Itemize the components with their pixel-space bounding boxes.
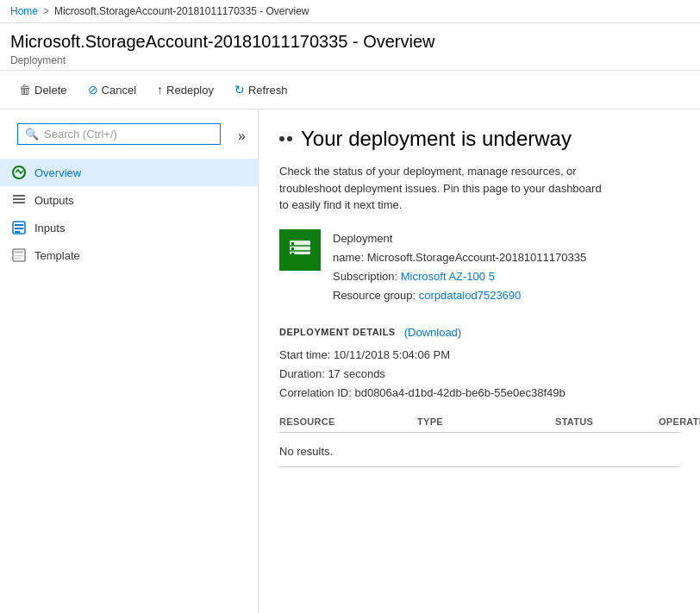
resource-group-link[interactable]: corpdatalod7523690 bbox=[419, 289, 522, 302]
deploy-meta: Start time: 10/11/2018 5:04:06 PM Durati… bbox=[279, 346, 679, 403]
sidebar-item-outputs[interactable]: Outputs bbox=[0, 186, 258, 214]
search-icon: 🔍 bbox=[25, 128, 39, 141]
sidebar-item-label-template: Template bbox=[34, 249, 80, 262]
deploy-details-header: DEPLOYMENT DETAILS (Download) bbox=[279, 326, 679, 339]
redeploy-button[interactable]: ↑ Redeploy bbox=[148, 78, 222, 102]
search-box: 🔍 bbox=[17, 123, 221, 145]
main-layout: 🔍 » Overview Outputs bbox=[0, 109, 700, 613]
svg-rect-10 bbox=[15, 255, 23, 257]
deployment-details: DEPLOYMENT DETAILS (Download) Start time… bbox=[279, 326, 679, 403]
deploy-dots bbox=[279, 136, 292, 141]
correlation-row: Correlation ID: bd0806a4-d1bd-42db-be6b-… bbox=[279, 384, 679, 403]
template-icon bbox=[12, 248, 26, 262]
svg-rect-11 bbox=[15, 258, 21, 260]
breadcrumb-separator: > bbox=[43, 5, 49, 17]
start-time-value: 10/11/2018 5:04:06 PM bbox=[334, 348, 450, 361]
inputs-icon bbox=[12, 221, 26, 235]
sidebar-item-inputs[interactable]: Inputs bbox=[0, 214, 258, 241]
svg-rect-9 bbox=[15, 251, 23, 253]
sidebar-item-label-inputs: Inputs bbox=[34, 222, 65, 235]
subscription-label: Subscription: bbox=[333, 270, 397, 283]
deploy-description: Check the status of your deployment, man… bbox=[279, 163, 607, 214]
sidebar: 🔍 » Overview Outputs bbox=[0, 109, 259, 613]
cancel-button[interactable]: ⊘ Cancel bbox=[79, 78, 145, 102]
svg-rect-5 bbox=[15, 224, 23, 226]
correlation-value: bd0806a4-d1bd-42db-be6b-55e0ec38f49b bbox=[354, 386, 565, 399]
refresh-button[interactable]: ↻ Refresh bbox=[226, 78, 297, 102]
correlation-label: Correlation ID: bbox=[279, 386, 352, 399]
collapse-sidebar-button[interactable]: » bbox=[234, 128, 249, 144]
no-results-message: No results. bbox=[279, 436, 679, 467]
svg-rect-16 bbox=[291, 247, 294, 250]
breadcrumb-current: Microsoft.StorageAccount-20181011170335 … bbox=[54, 5, 309, 17]
col-type: TYPE bbox=[417, 416, 555, 427]
refresh-label: Refresh bbox=[248, 84, 288, 97]
svg-point-0 bbox=[13, 166, 25, 178]
duration-label: Duration: bbox=[279, 367, 325, 380]
deployment-label: Deployment bbox=[333, 229, 586, 248]
resource-group-label: Resource group: bbox=[333, 289, 416, 302]
start-time-row: Start time: 10/11/2018 5:04:06 PM bbox=[279, 346, 679, 365]
overview-icon bbox=[12, 166, 26, 179]
page-title: Microsoft.StorageAccount-20181011170335 … bbox=[10, 30, 690, 53]
results-table: RESOURCE TYPE STATUS OPERATI... No resul… bbox=[279, 416, 679, 467]
svg-rect-3 bbox=[13, 202, 25, 203]
sidebar-item-overview[interactable]: Overview bbox=[0, 159, 258, 186]
page-header: Microsoft.StorageAccount-20181011170335 … bbox=[0, 23, 700, 71]
resource-group-row: Resource group: corpdatalod7523690 bbox=[333, 286, 586, 305]
download-link[interactable]: (Download) bbox=[404, 326, 461, 339]
subscription-row: Subscription: Microsoft AZ-100 5 bbox=[333, 267, 586, 286]
svg-rect-1 bbox=[13, 195, 25, 197]
svg-rect-6 bbox=[15, 228, 23, 229]
storage-icon bbox=[288, 235, 312, 265]
sidebar-item-label-overview: Overview bbox=[34, 166, 81, 179]
outputs-icon bbox=[12, 193, 26, 207]
start-time-label: Start time: bbox=[279, 348, 330, 361]
delete-label: Delete bbox=[34, 84, 67, 97]
search-input[interactable] bbox=[44, 128, 213, 141]
deployment-name-value: Microsoft.StorageAccount-20181011170335 bbox=[367, 251, 586, 264]
cancel-icon: ⊘ bbox=[88, 83, 98, 97]
deploy-details-title: DEPLOYMENT DETAILS bbox=[279, 327, 396, 337]
table-header: RESOURCE TYPE STATUS OPERATI... bbox=[279, 416, 679, 433]
col-resource: RESOURCE bbox=[279, 416, 417, 427]
svg-rect-2 bbox=[13, 198, 25, 200]
deployment-name-row: name: Microsoft.StorageAccount-201810111… bbox=[333, 248, 586, 267]
svg-rect-15 bbox=[291, 242, 294, 245]
refresh-icon: ↻ bbox=[234, 83, 245, 97]
breadcrumb: Home > Microsoft.StorageAccount-20181011… bbox=[0, 0, 700, 23]
name-label: name: bbox=[333, 251, 364, 264]
subscription-link[interactable]: Microsoft AZ-100 5 bbox=[401, 270, 495, 283]
deployment-name-label: Deployment bbox=[333, 232, 392, 245]
svg-rect-7 bbox=[15, 231, 20, 233]
redeploy-icon: ↑ bbox=[157, 83, 163, 97]
deploy-header: Your deployment is underway bbox=[279, 127, 679, 151]
svg-rect-17 bbox=[291, 253, 294, 255]
cancel-label: Cancel bbox=[102, 84, 136, 97]
deploy-card: Deployment name: Microsoft.StorageAccoun… bbox=[279, 229, 679, 305]
sidebar-item-template[interactable]: Template bbox=[0, 241, 258, 269]
duration-row: Duration: 17 seconds bbox=[279, 365, 679, 384]
col-operation: OPERATI... bbox=[659, 416, 700, 427]
deploy-dot-1 bbox=[279, 136, 284, 141]
redeploy-label: Redeploy bbox=[166, 84, 214, 97]
deploy-icon-box bbox=[279, 229, 321, 271]
col-status: STATUS bbox=[555, 416, 659, 427]
toolbar: 🗑 Delete ⊘ Cancel ↑ Redeploy ↻ Refresh bbox=[0, 71, 700, 109]
sidebar-item-label-outputs: Outputs bbox=[34, 194, 74, 207]
deploy-title: Your deployment is underway bbox=[301, 127, 572, 151]
delete-icon: 🗑 bbox=[19, 83, 31, 97]
duration-value: 17 seconds bbox=[328, 367, 385, 380]
delete-button[interactable]: 🗑 Delete bbox=[10, 78, 76, 102]
page-subtitle: Deployment bbox=[10, 54, 690, 66]
deploy-dot-2 bbox=[287, 136, 292, 141]
breadcrumb-home[interactable]: Home bbox=[10, 5, 38, 17]
deploy-info: Deployment name: Microsoft.StorageAccoun… bbox=[333, 229, 586, 305]
main-content: Your deployment is underway Check the st… bbox=[259, 109, 700, 613]
